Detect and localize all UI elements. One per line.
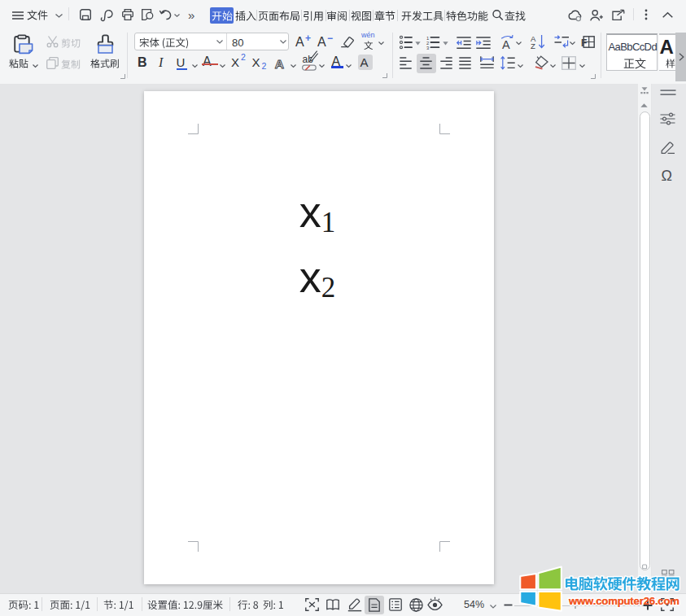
svg-text:2: 2 [426,40,429,45]
svg-text:1: 1 [426,35,429,40]
svg-text:F: F [581,37,587,49]
svg-text:A: A [275,57,284,71]
svg-text:3: 3 [426,46,429,50]
svg-text:www.computer26.com: www.computer26.com [568,595,679,607]
svg-text:A: A [502,38,510,51]
svg-text:Z: Z [531,42,535,50]
